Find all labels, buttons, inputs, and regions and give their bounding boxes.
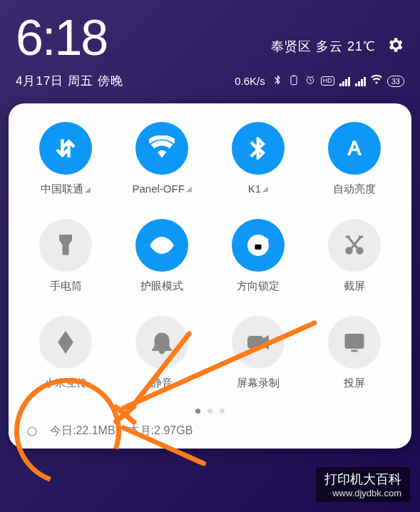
wifi-status-icon xyxy=(371,74,382,88)
svg-text:A: A xyxy=(348,138,361,159)
battery-indicator: 33 xyxy=(387,76,404,87)
svg-rect-6 xyxy=(255,245,261,250)
bell-icon[interactable] xyxy=(135,316,188,369)
page-dot[interactable] xyxy=(220,409,225,414)
wifi-icon[interactable] xyxy=(135,122,188,175)
data-usage-bar[interactable]: 今日:22.1MB 本月:2.97GB xyxy=(23,424,397,439)
watermark: 打印机大百科 www.djydbk.com xyxy=(316,467,410,502)
svg-rect-1 xyxy=(292,75,294,76)
tile-mi-share[interactable]: 小米互传 xyxy=(23,316,109,390)
chevron-icon: ◢ xyxy=(262,185,268,193)
tile-cast[interactable]: 投屏 xyxy=(311,316,397,390)
tile-mobile-data[interactable]: 中国联通◢ xyxy=(23,122,109,196)
tile-label: 方向锁定 xyxy=(237,280,280,293)
tile-auto-brightness[interactable]: A自动亮度 xyxy=(311,122,397,196)
tile-label: 静音 xyxy=(151,377,173,390)
signal-icon-2 xyxy=(355,76,366,86)
cast-icon[interactable] xyxy=(328,316,381,369)
usage-today: 今日:22.1MB xyxy=(50,424,116,439)
watermark-title: 打印机大百科 xyxy=(324,472,401,486)
watermark-url: www.djydbk.com xyxy=(324,488,401,500)
svg-point-7 xyxy=(346,248,352,254)
quick-settings-panel[interactable]: 中国联通◢Panel-OFF◢K1◢A自动亮度手电筒护眼模式方向锁定截屏小米互传… xyxy=(9,103,411,449)
tile-wifi[interactable]: Panel-OFF◢ xyxy=(119,122,205,196)
tile-bluetooth[interactable]: K1◢ xyxy=(215,122,302,196)
date-text: 4月17日 周五 傍晚 xyxy=(16,73,123,89)
chevron-icon: ◢ xyxy=(85,185,91,193)
status-icons: 0.6K/s HD 33 xyxy=(235,74,404,88)
clock: 6:18 xyxy=(16,13,107,63)
svg-point-4 xyxy=(159,242,165,249)
mi-share-icon[interactable] xyxy=(39,316,92,369)
tile-label: 小米互传 xyxy=(44,377,87,390)
chevron-icon: ◢ xyxy=(186,185,192,193)
svg-rect-0 xyxy=(291,76,297,85)
usage-month: 本月:2.97GB xyxy=(128,424,193,439)
bluetooth-icon xyxy=(272,74,283,88)
settings-icon[interactable] xyxy=(386,36,404,57)
status-bar: 6:18 奉贤区 多云 21℃ 4月17日 周五 傍晚 0.6K/s HD 33 xyxy=(0,0,420,96)
data-arrows-icon[interactable] xyxy=(39,122,92,175)
tile-label: K1◢ xyxy=(248,183,268,195)
tile-label: 手电筒 xyxy=(50,280,82,293)
tile-grid: 中国联通◢Panel-OFF◢K1◢A自动亮度手电筒护眼模式方向锁定截屏小米互传… xyxy=(23,122,397,390)
tile-label: Panel-OFF◢ xyxy=(132,183,191,195)
video-icon[interactable] xyxy=(232,316,285,369)
letter-a-icon[interactable]: A xyxy=(328,122,381,175)
tile-label: 截屏 xyxy=(344,280,365,293)
flashlight-icon[interactable] xyxy=(39,219,92,272)
battery-saver-icon xyxy=(288,74,299,88)
bluetooth-icon[interactable] xyxy=(232,122,285,175)
weather-text[interactable]: 奉贤区 多云 21℃ xyxy=(271,38,376,55)
page-dot[interactable] xyxy=(195,409,200,414)
tile-label: 自动亮度 xyxy=(333,183,376,196)
hd-badge: HD xyxy=(321,76,334,86)
scissors-icon[interactable] xyxy=(328,219,381,272)
signal-icon-1 xyxy=(339,76,350,86)
tile-label: 屏幕录制 xyxy=(237,377,280,390)
page-dot[interactable] xyxy=(208,409,212,414)
tile-mute[interactable]: 静音 xyxy=(119,316,205,390)
svg-rect-9 xyxy=(248,337,262,348)
tile-screen-record[interactable]: 屏幕录制 xyxy=(215,316,302,390)
eye-icon[interactable] xyxy=(135,219,188,272)
tile-screenshot[interactable]: 截屏 xyxy=(311,219,397,293)
network-speed: 0.6K/s xyxy=(235,75,265,87)
usage-dot-icon xyxy=(27,426,37,436)
tile-label: 投屏 xyxy=(344,377,365,390)
tile-label: 护眼模式 xyxy=(140,280,183,293)
alarm-icon xyxy=(304,74,316,88)
tile-eye-protect[interactable]: 护眼模式 xyxy=(119,219,205,293)
tile-label: 中国联通◢ xyxy=(41,183,91,196)
lock-rotate-icon[interactable] xyxy=(232,219,285,272)
page-indicator[interactable] xyxy=(23,409,397,414)
tile-rotation-lock[interactable]: 方向锁定 xyxy=(215,219,302,293)
svg-point-8 xyxy=(357,248,362,254)
tile-flashlight[interactable]: 手电筒 xyxy=(23,219,109,293)
svg-rect-10 xyxy=(346,335,363,348)
